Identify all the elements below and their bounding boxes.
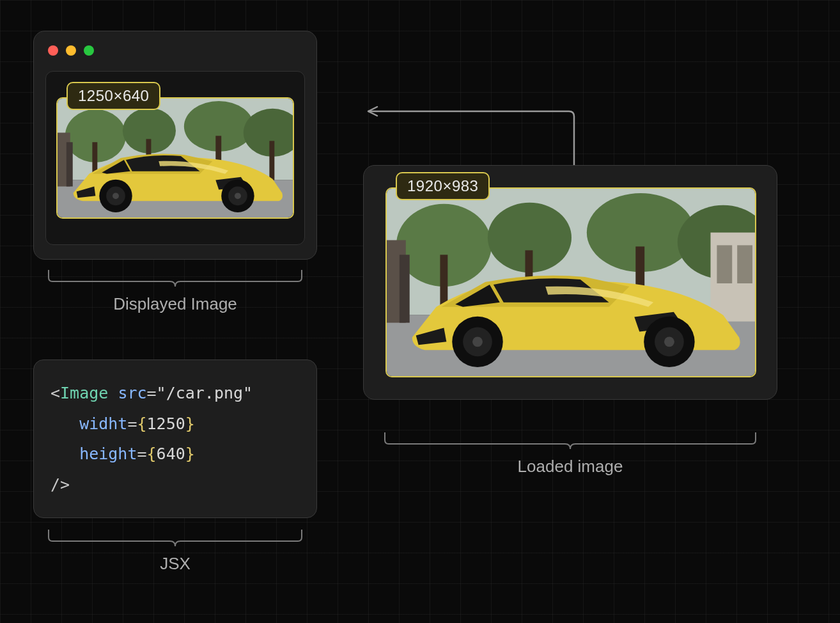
- code-line-4: />: [51, 469, 300, 500]
- bracket-icon: [47, 528, 303, 548]
- svg-point-35: [472, 336, 483, 347]
- bracket-icon: [384, 431, 757, 450]
- code-panel: <Image src="/car.png" widht={1250} heigh…: [33, 359, 317, 518]
- content-card: 1250×640: [45, 71, 305, 245]
- traffic-lights: [45, 43, 305, 56]
- code-line-1: <Image src="/car.png": [51, 378, 300, 409]
- loaded-image: [385, 187, 756, 377]
- code-line-3: height={640}: [51, 439, 300, 469]
- loaded-panel: 1920×983: [363, 165, 777, 400]
- minimize-icon: [66, 45, 76, 56]
- loaded-label: Loaded image: [384, 457, 757, 477]
- browser-window: 1250×640: [33, 31, 317, 260]
- svg-rect-32: [737, 245, 752, 283]
- loaded-bracket: Loaded image: [384, 431, 757, 477]
- displayed-image: [56, 97, 294, 219]
- svg-rect-31: [717, 245, 732, 283]
- svg-point-17: [235, 193, 241, 199]
- svg-rect-9: [269, 141, 274, 180]
- displayed-bracket: Displayed Image: [47, 269, 303, 314]
- displayed-label: Displayed Image: [47, 294, 303, 314]
- dimensions-badge: 1920×983: [396, 172, 490, 200]
- maximize-icon: [84, 45, 94, 56]
- code-label: JSX: [47, 554, 303, 574]
- bracket-icon: [47, 269, 303, 288]
- arrow-icon: [357, 105, 578, 182]
- svg-point-38: [664, 336, 674, 347]
- svg-rect-11: [66, 142, 73, 186]
- code-bracket: JSX: [47, 528, 303, 574]
- dimensions-badge: 1250×640: [66, 82, 160, 110]
- svg-point-14: [113, 193, 119, 199]
- close-icon: [48, 45, 58, 56]
- code-line-2: widht={1250}: [51, 409, 300, 439]
- svg-rect-29: [400, 255, 410, 322]
